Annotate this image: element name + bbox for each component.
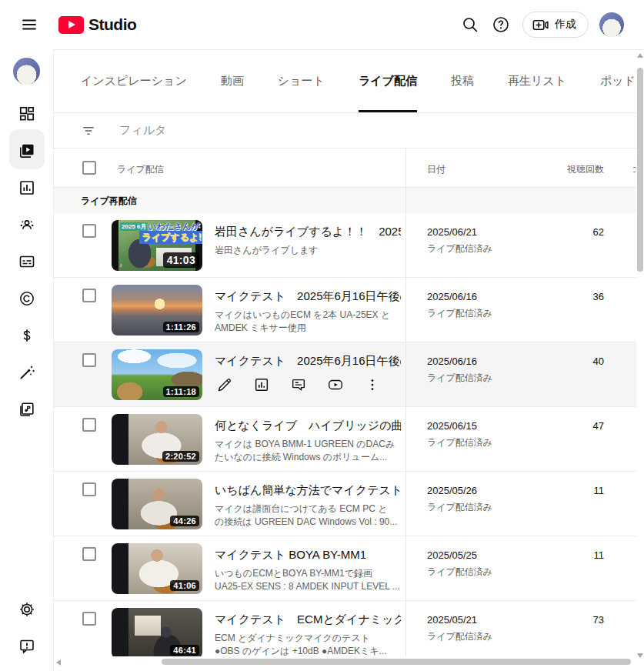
video-title[interactable]: いちばん簡単な方法でマイクテスト	[215, 483, 401, 498]
horizontal-scrollbar-thumb[interactable]	[162, 659, 631, 665]
hamburger-menu-icon[interactable]	[18, 14, 40, 35]
help-icon[interactable]	[492, 15, 510, 34]
table-row[interactable]: 2025 6月 いわたさんが ライブするよ!! ♪ 41:03 岩田さんがライブ…	[54, 213, 636, 278]
video-thumbnail[interactable]: 1:11:18	[112, 349, 202, 400]
video-title[interactable]: マイクテスト 2025年6月16日午後の...	[215, 289, 401, 304]
channel-avatar[interactable]	[13, 58, 40, 85]
row-checkbox[interactable]	[82, 353, 96, 367]
row-checkbox[interactable]	[82, 289, 96, 302]
analytics-icon[interactable]	[253, 376, 270, 393]
table-row[interactable]: 1:11:26 マイクテスト 2025年6月16日午後の... マイクはいつもの…	[54, 278, 636, 342]
kebab-menu-icon[interactable]	[364, 376, 381, 393]
community-icon	[18, 215, 36, 234]
video-description: マイクは BOYA BMM-1 UGREEN のDACみたいなのに接続 Wind…	[215, 438, 401, 464]
video-thumbnail[interactable]: 2025 6月 いわたさんが ライブするよ!! ♪ 41:03	[112, 220, 202, 271]
create-button[interactable]: 作成	[522, 12, 589, 38]
tab-videos[interactable]: 動画	[221, 50, 244, 112]
table-row[interactable]: 2:20:52 何となくライブ ハイブリッジの曲と... マイクは BOYA B…	[54, 407, 636, 472]
video-description: ECM とダイナミックマイクのテスト●OBS のゲインは +10dB ●AMDE…	[215, 632, 401, 658]
row-checkbox[interactable]	[82, 224, 96, 238]
duration-badge: 1:11:26	[163, 322, 199, 332]
video-views: 11	[473, 549, 604, 561]
video-status: ライブ配信済み	[427, 436, 492, 449]
table-row[interactable]: 44:26 いちばん簡単な方法でマイクテスト マイクは譜面台につけてある ECM…	[54, 472, 636, 536]
section-label: ライブ再配信	[81, 195, 137, 208]
video-title[interactable]: マイクテスト BOYA BY-MM1	[215, 548, 401, 563]
scroll-left-arrow[interactable]	[56, 659, 61, 666]
youtube-play-icon	[58, 16, 84, 34]
vertical-scrollbar[interactable]	[636, 50, 644, 671]
video-date: 2025/05/25	[427, 549, 477, 561]
horizontal-scrollbar[interactable]	[54, 656, 636, 667]
video-thumbnail[interactable]: 41:06	[112, 543, 202, 594]
sidebar-item-feedback[interactable]	[18, 637, 36, 656]
row-checkbox[interactable]	[82, 418, 96, 432]
video-title[interactable]: 岩田さんがライブするよ！！ 2025...	[215, 225, 401, 239]
edit-pencil-icon[interactable]	[216, 376, 233, 393]
tab-shorts[interactable]: ショート	[278, 50, 325, 112]
video-status: ライブ配信済み	[427, 630, 492, 643]
video-views: 40	[473, 356, 604, 367]
scroll-up-arrow[interactable]	[637, 53, 643, 58]
youtube-studio-logo[interactable]: Studio	[58, 15, 136, 34]
select-all-checkbox[interactable]	[82, 161, 96, 175]
video-views: 62	[473, 226, 604, 238]
video-title[interactable]: マイクテスト 2025年6月16日午後の...	[215, 354, 401, 369]
sidebar-item-monetization[interactable]	[18, 326, 36, 345]
tab-playlists[interactable]: 再生リスト	[508, 50, 566, 112]
duration-badge: 41:06	[170, 580, 199, 591]
video-description: 岩田さんがライブします	[215, 244, 401, 257]
channel-content-tabs: インスピレーション 動画 ショート ライブ配信 投稿 再生リスト ポッドキャスト	[54, 50, 644, 113]
sidebar-item-community[interactable]	[18, 215, 36, 234]
left-sidebar	[0, 49, 54, 671]
video-date: 2025/06/16	[427, 291, 477, 302]
filter-input[interactable]: フィルタ	[119, 123, 166, 138]
search-icon[interactable]	[461, 15, 479, 34]
column-header-date[interactable]: 日付	[427, 163, 445, 176]
filter-icon[interactable]	[81, 123, 96, 139]
thumbnail-banner-date: 2025 6月	[120, 222, 148, 231]
sidebar-item-dashboard[interactable]	[18, 105, 36, 123]
table-row-hovered[interactable]: 1:11:18 マイクテスト 2025年6月16日午後の...	[54, 342, 636, 407]
column-header-clipped: コメント数	[632, 163, 636, 176]
video-thumbnail[interactable]: 44:26	[112, 479, 202, 529]
thumbnail-banner-title: ライブするよ!!	[139, 231, 202, 244]
sidebar-item-customization[interactable]	[18, 363, 36, 382]
duration-badge: 44:26	[170, 516, 199, 526]
tab-live[interactable]: ライブ配信	[359, 50, 417, 112]
tab-posts[interactable]: 投稿	[451, 50, 474, 112]
tab-inspiration[interactable]: インスピレーション	[81, 50, 187, 112]
sidebar-item-content[interactable]	[18, 142, 36, 160]
row-checkbox[interactable]	[82, 482, 96, 496]
section-header: ライブ再配信	[54, 188, 636, 213]
video-thumbnail[interactable]: 46:41	[112, 608, 202, 659]
feedback-icon	[18, 637, 36, 656]
sidebar-item-settings[interactable]	[18, 600, 36, 619]
top-app-bar: Studio 作成	[0, 0, 644, 49]
video-thumbnail[interactable]: 2:20:52	[112, 414, 202, 465]
video-views: 73	[473, 614, 604, 626]
row-checkbox[interactable]	[82, 612, 96, 626]
video-title[interactable]: 何となくライブ ハイブリッジの曲と...	[215, 419, 401, 433]
account-avatar[interactable]	[599, 12, 624, 37]
scroll-down-arrow[interactable]	[637, 653, 643, 658]
table-row[interactable]: 41:06 マイクテスト BOYA BY-MM1 いつものECMとBOYA BY…	[54, 536, 636, 601]
studio-wordmark: Studio	[88, 15, 136, 34]
sidebar-item-copyright[interactable]	[18, 289, 36, 308]
video-status: ライブ配信済み	[427, 501, 492, 514]
video-thumbnail[interactable]: 1:11:26	[112, 285, 202, 336]
youtube-view-icon[interactable]	[327, 376, 344, 393]
sidebar-item-audio-library[interactable]	[18, 400, 36, 419]
live-streams-list: 2025 6月 いわたさんが ライブするよ!! ♪ 41:03 岩田さんがライブ…	[54, 213, 636, 666]
video-views: 36	[473, 291, 604, 302]
video-title[interactable]: マイクテスト ECMとダイナミック	[215, 613, 401, 627]
comments-icon[interactable]	[290, 376, 307, 393]
column-header-views[interactable]: 視聴回数	[473, 163, 604, 176]
analytics-icon	[18, 179, 36, 197]
vertical-scrollbar-thumb[interactable]	[637, 68, 643, 272]
column-header-live[interactable]: ライブ配信	[117, 163, 164, 176]
sidebar-item-analytics[interactable]	[18, 179, 36, 197]
row-checkbox[interactable]	[82, 547, 96, 561]
sidebar-item-subtitles[interactable]	[18, 252, 36, 271]
video-date: 2025/06/15	[427, 420, 477, 432]
